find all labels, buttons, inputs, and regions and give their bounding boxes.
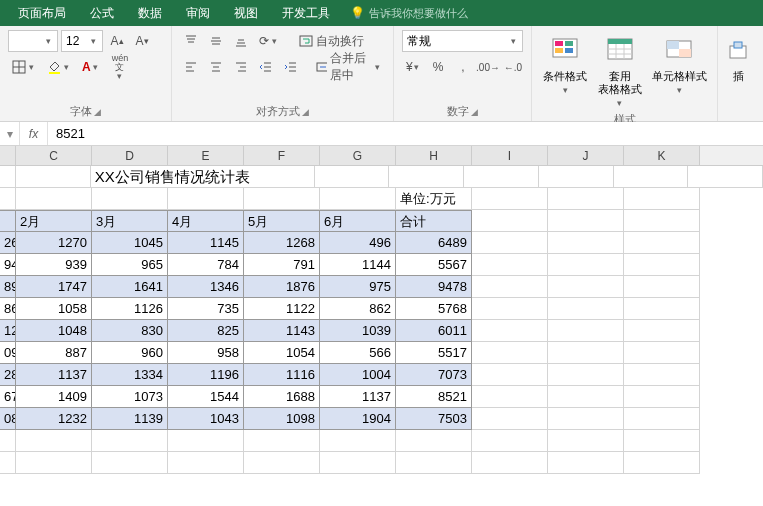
increase-decimal-button[interactable]: .00→: [477, 56, 499, 78]
table-cell[interactable]: 092: [0, 342, 16, 364]
align-center-button[interactable]: [205, 56, 227, 78]
table-cell[interactable]: 7503: [396, 408, 472, 430]
table-cell[interactable]: 965: [92, 254, 168, 276]
table-cell[interactable]: 944: [0, 254, 16, 276]
table-cell[interactable]: 126: [0, 320, 16, 342]
table-cell[interactable]: 1688: [244, 386, 320, 408]
merge-center-button[interactable]: 合并后居中▾: [312, 56, 385, 78]
table-cell[interactable]: 1876: [244, 276, 320, 298]
col-header-D[interactable]: D: [92, 146, 168, 165]
col-header-H[interactable]: H: [396, 146, 472, 165]
table-cell[interactable]: 975: [320, 276, 396, 298]
align-left-button[interactable]: [180, 56, 202, 78]
table-cell[interactable]: 1232: [16, 408, 92, 430]
table-cell[interactable]: 265: [0, 232, 16, 254]
table-cell[interactable]: 1045: [92, 232, 168, 254]
dialog-launcher-icon[interactable]: ◢: [471, 107, 478, 117]
font-name-combo[interactable]: ▾: [8, 30, 58, 52]
table-cell[interactable]: 496: [320, 232, 396, 254]
table-cell[interactable]: 5517: [396, 342, 472, 364]
table-cell[interactable]: 8521: [396, 386, 472, 408]
table-cell[interactable]: 5567: [396, 254, 472, 276]
table-cell[interactable]: 1126: [92, 298, 168, 320]
tab-data[interactable]: 数据: [126, 0, 174, 26]
table-cell[interactable]: 1116: [244, 364, 320, 386]
table-cell[interactable]: 6489: [396, 232, 472, 254]
col-header-K[interactable]: K: [624, 146, 700, 165]
tab-view[interactable]: 视图: [222, 0, 270, 26]
table-cell[interactable]: 286: [0, 364, 16, 386]
col-header-J[interactable]: J: [548, 146, 624, 165]
table-cell[interactable]: 1143: [244, 320, 320, 342]
cell-styles-button[interactable]: 单元格样式▾: [649, 30, 709, 110]
comma-button[interactable]: ,: [452, 56, 474, 78]
table-cell[interactable]: 566: [320, 342, 396, 364]
table-cell[interactable]: 1139: [92, 408, 168, 430]
table-cell[interactable]: 862: [320, 298, 396, 320]
table-cell[interactable]: 087: [0, 408, 16, 430]
table-cell[interactable]: 7073: [396, 364, 472, 386]
fx-button[interactable]: fx: [20, 122, 48, 145]
table-cell[interactable]: 1144: [320, 254, 396, 276]
decrease-decimal-button[interactable]: ←.0: [502, 56, 524, 78]
table-cell[interactable]: 1098: [244, 408, 320, 430]
orientation-button[interactable]: ⟳▾: [255, 30, 283, 52]
table-cell[interactable]: 1145: [168, 232, 244, 254]
border-button[interactable]: ▾: [8, 56, 40, 78]
table-cell[interactable]: 830: [92, 320, 168, 342]
col-header-F[interactable]: F: [244, 146, 320, 165]
format-as-table-button[interactable]: 套用 表格格式▾: [595, 30, 646, 110]
table-cell[interactable]: 1904: [320, 408, 396, 430]
table-cell[interactable]: 735: [168, 298, 244, 320]
col-header-G[interactable]: G: [320, 146, 396, 165]
align-middle-button[interactable]: [205, 30, 227, 52]
increase-font-button[interactable]: A▴: [106, 30, 128, 52]
dialog-launcher-icon[interactable]: ◢: [302, 107, 309, 117]
table-cell[interactable]: 893: [0, 276, 16, 298]
table-cell[interactable]: 6011: [396, 320, 472, 342]
table-cell[interactable]: 960: [92, 342, 168, 364]
phonetic-button[interactable]: wén文▾: [108, 56, 133, 78]
namebox-expand[interactable]: ▾: [0, 122, 20, 145]
table-cell[interactable]: 1196: [168, 364, 244, 386]
tab-developer[interactable]: 开发工具: [270, 0, 342, 26]
table-cell[interactable]: 1043: [168, 408, 244, 430]
table-cell[interactable]: 1346: [168, 276, 244, 298]
table-cell[interactable]: 825: [168, 320, 244, 342]
table-cell[interactable]: 791: [244, 254, 320, 276]
col-header-stub[interactable]: [0, 146, 16, 165]
decrease-indent-button[interactable]: [255, 56, 277, 78]
table-cell[interactable]: 5768: [396, 298, 472, 320]
table-cell[interactable]: 1039: [320, 320, 396, 342]
col-header-E[interactable]: E: [168, 146, 244, 165]
font-color-button[interactable]: A▾: [78, 56, 105, 78]
table-cell[interactable]: 1641: [92, 276, 168, 298]
table-cell[interactable]: 1058: [16, 298, 92, 320]
table-cell[interactable]: 1409: [16, 386, 92, 408]
tab-review[interactable]: 审阅: [174, 0, 222, 26]
table-cell[interactable]: 9478: [396, 276, 472, 298]
table-cell[interactable]: 1334: [92, 364, 168, 386]
insert-button[interactable]: 插: [726, 30, 750, 83]
col-header-C[interactable]: C: [16, 146, 92, 165]
number-format-combo[interactable]: 常规▾: [402, 30, 523, 52]
table-cell[interactable]: 784: [168, 254, 244, 276]
percent-button[interactable]: %: [427, 56, 449, 78]
table-cell[interactable]: 670: [0, 386, 16, 408]
table-cell[interactable]: 887: [16, 342, 92, 364]
dialog-launcher-icon[interactable]: ◢: [94, 107, 101, 117]
wrap-text-button[interactable]: 自动换行: [295, 30, 368, 52]
fill-color-button[interactable]: ▾: [43, 56, 75, 78]
tell-me[interactable]: 💡 告诉我你想要做什么: [350, 6, 468, 21]
increase-indent-button[interactable]: [280, 56, 302, 78]
table-cell[interactable]: 1004: [320, 364, 396, 386]
decrease-font-button[interactable]: A▾: [131, 30, 153, 52]
spreadsheet-grid[interactable]: XX公司销售情况统计表 单位:万元 2月3月4月5月6月合计 265127010…: [0, 166, 763, 474]
table-cell[interactable]: 1137: [16, 364, 92, 386]
table-cell[interactable]: 1137: [320, 386, 396, 408]
table-cell[interactable]: 1268: [244, 232, 320, 254]
accounting-format-button[interactable]: ¥▾: [402, 56, 424, 78]
tab-formulas[interactable]: 公式: [78, 0, 126, 26]
table-cell[interactable]: 958: [168, 342, 244, 364]
table-cell[interactable]: 1544: [168, 386, 244, 408]
